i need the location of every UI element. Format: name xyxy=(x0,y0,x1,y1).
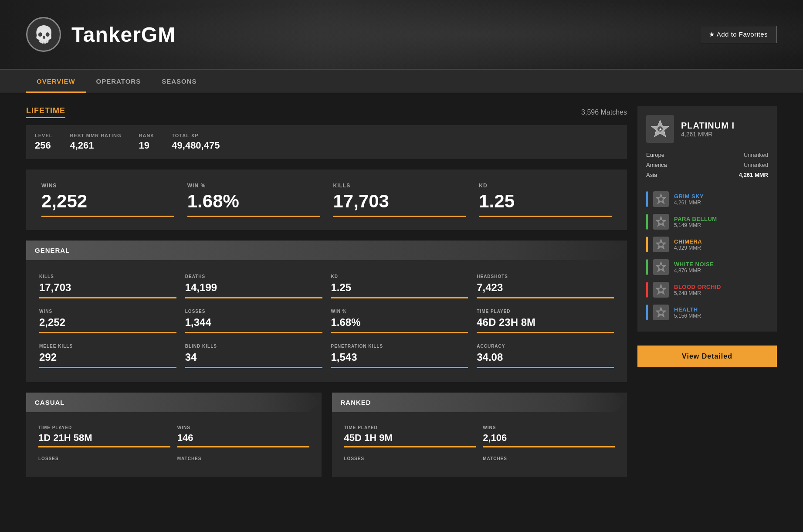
general-stat: PENETRATION KILLS 1,543 xyxy=(327,339,473,373)
tab-operators[interactable]: OPERATORS xyxy=(86,70,152,93)
region-name: Asia xyxy=(646,172,657,178)
region-row: Europe Unranked xyxy=(646,150,768,160)
season-info: CHIMERA 4,929 MMR xyxy=(674,238,702,251)
stat-rank: RANK 19 xyxy=(139,133,155,151)
general-stat: ACCURACY 34.08 xyxy=(472,339,618,373)
right-panel: ★ PLATINUM I 4,261 MMR Europe Unranked A… xyxy=(637,106,777,487)
ranked-wins-value: 2,106 xyxy=(483,432,615,444)
general-stat-value: 46D 23H 8M xyxy=(477,316,614,329)
general-stat: MELEE KILLS 292 xyxy=(35,339,181,373)
kd-bar xyxy=(479,216,612,217)
general-stat-label: BLIND KILLS xyxy=(185,344,322,349)
tab-seasons[interactable]: SEASONS xyxy=(151,70,207,93)
general-stat-bar xyxy=(477,367,614,368)
big-stat-kills: KILLS 17,703 xyxy=(327,178,473,221)
tab-overview[interactable]: OVERVIEW xyxy=(26,70,86,93)
rank-card: ★ PLATINUM I 4,261 MMR Europe Unranked A… xyxy=(637,106,777,332)
general-stat: HEADSHOTS 7,423 xyxy=(472,269,618,304)
general-stat-label: DEATHS xyxy=(185,274,322,279)
wins-value: 2,252 xyxy=(41,192,174,210)
season-badge xyxy=(653,237,669,252)
platinum-badge-icon: ★ xyxy=(650,119,671,139)
general-stat-label: LOSSES xyxy=(185,309,322,314)
casual-wins-bar xyxy=(177,446,309,447)
general-stat-label: WIN % xyxy=(331,309,468,314)
general-stat-bar xyxy=(331,367,468,368)
region-rank: Unranked xyxy=(744,152,768,158)
general-stat: DEATHS 14,199 xyxy=(181,269,327,304)
win-pct-bar xyxy=(187,216,320,217)
general-stat-value: 292 xyxy=(39,351,176,363)
season-mmr: 4,261 MMR xyxy=(674,200,704,206)
casual-wins-value: 146 xyxy=(177,432,309,444)
season-color-indicator xyxy=(646,191,648,207)
general-stat-value: 14,199 xyxy=(185,281,322,294)
big-stat-win-pct: WIN % 1.68% xyxy=(181,178,327,221)
big-stat-kd: KD 1.25 xyxy=(472,178,618,221)
general-stat-label: KILLS xyxy=(39,274,176,279)
season-item: BLOOD ORCHID 5,248 MMR xyxy=(646,279,768,300)
season-badge xyxy=(653,305,669,320)
season-list: GRIM SKY 4,261 MMR PARA BELLUM 5,149 MMR xyxy=(646,189,768,323)
general-stat-bar xyxy=(477,297,614,298)
general-stat-label: ACCURACY xyxy=(477,344,614,349)
ranked-section-header: RANKED xyxy=(332,393,627,412)
season-mmr: 5,248 MMR xyxy=(674,290,721,296)
stat-total-xp: TOTAL XP 49,480,475 xyxy=(172,133,220,151)
casual-time-bar xyxy=(38,446,170,447)
general-stat-bar xyxy=(185,367,322,368)
svg-point-6 xyxy=(659,220,663,224)
general-stat-value: 34.08 xyxy=(477,351,614,363)
general-stat-label: HEADSHOTS xyxy=(477,274,614,279)
rank-name: PLATINUM I xyxy=(681,121,735,131)
total-xp-value: 49,480,475 xyxy=(172,140,220,151)
general-stat-value: 2,252 xyxy=(39,316,176,329)
add-to-favorites-button[interactable]: ★ Add to Favorites xyxy=(700,26,777,43)
rank-info: PLATINUM I 4,261 MMR xyxy=(681,121,735,138)
view-detailed-button[interactable]: View Detailed xyxy=(637,346,777,367)
rank-badge: ★ xyxy=(646,115,674,143)
win-pct-label: WIN % xyxy=(187,183,320,189)
stat-level: LEVEL 256 xyxy=(35,133,52,151)
svg-point-8 xyxy=(659,243,663,246)
casual-wins-label: WINS xyxy=(177,425,309,430)
casual-section-header: CASUAL xyxy=(26,393,322,412)
matches-count: 3,596 Matches xyxy=(581,108,627,116)
kills-label: KILLS xyxy=(333,183,466,189)
big-stats: WINS 2,252 WIN % 1.68% KILLS 17,703 KD 1… xyxy=(26,169,627,230)
left-panel: LIFETIME 3,596 Matches LEVEL 256 BEST MM… xyxy=(26,106,627,487)
general-stat-label: PENETRATION KILLS xyxy=(331,344,468,349)
kills-value: 17,703 xyxy=(333,192,466,210)
season-mmr: 4,876 MMR xyxy=(674,268,714,274)
rank-value: 19 xyxy=(139,140,149,151)
stats-row: LEVEL 256 BEST MMR RATING 4,261 RANK 19 … xyxy=(26,125,627,159)
general-stat: KD 1.25 xyxy=(327,269,473,304)
level-value: 256 xyxy=(35,140,51,151)
season-item: CHIMERA 4,929 MMR xyxy=(646,234,768,255)
season-name: PARA BELLUM xyxy=(674,216,717,222)
kills-bar xyxy=(333,216,466,217)
username-label: TankerGM xyxy=(71,23,176,47)
kd-value: 1.25 xyxy=(479,192,612,210)
season-badge xyxy=(653,259,669,275)
season-name: CHIMERA xyxy=(674,238,702,245)
casual-losses: LOSSES xyxy=(35,452,174,468)
general-stat-bar xyxy=(331,332,468,333)
svg-text:★: ★ xyxy=(659,128,662,132)
general-stat: BLIND KILLS 34 xyxy=(181,339,327,373)
ranked-time-bar xyxy=(344,446,476,447)
general-stat-value: 17,703 xyxy=(39,281,176,294)
season-item: PARA BELLUM 5,149 MMR xyxy=(646,211,768,232)
season-name: HEALTH xyxy=(674,306,701,313)
svg-point-4 xyxy=(659,197,663,201)
season-mmr: 5,156 MMR xyxy=(674,313,701,319)
ranked-matches-label: MATCHES xyxy=(483,456,615,461)
general-stat: LOSSES 1,344 xyxy=(181,304,327,339)
general-stat-bar xyxy=(331,297,468,298)
ranked-time-played: TIME PLAYED 45D 1H 9M xyxy=(341,421,480,452)
best-mmr-value: 4,261 xyxy=(70,140,94,151)
general-stat-value: 1,543 xyxy=(331,351,468,363)
season-color-indicator xyxy=(646,305,648,320)
casual-section: CASUAL TIME PLAYED 1D 21H 58M WINS 146 L… xyxy=(26,393,322,477)
general-stat-value: 7,423 xyxy=(477,281,614,294)
